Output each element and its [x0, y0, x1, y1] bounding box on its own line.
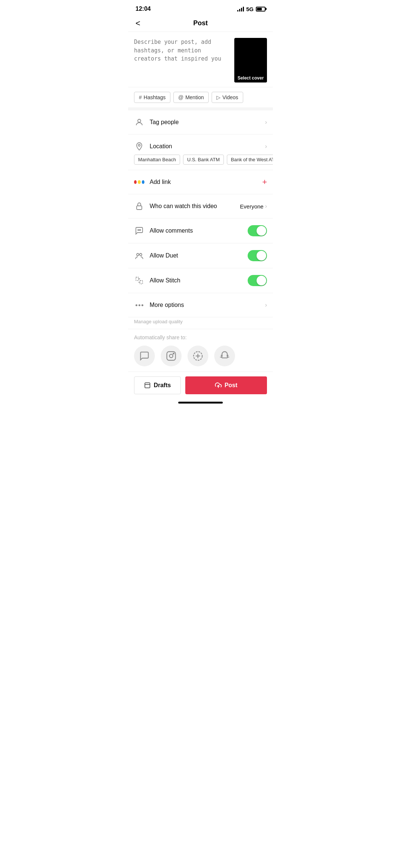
- share-icons-row: [134, 346, 267, 366]
- share-instagram-button[interactable]: [161, 346, 182, 366]
- more-options-chevron: ›: [265, 302, 267, 308]
- more-dots-icon: [134, 300, 144, 310]
- allow-stitch-row: Allow Stitch: [128, 268, 273, 293]
- post-area: Select cover: [128, 32, 273, 87]
- svg-rect-10: [167, 352, 175, 360]
- location-chip-2[interactable]: Bank of the West ATM: [227, 155, 273, 165]
- auto-share-section: Automatically share to:: [128, 329, 273, 372]
- mention-button[interactable]: @ Mention: [173, 92, 209, 103]
- videos-button[interactable]: ▷ Videos: [212, 92, 243, 103]
- person-icon: [134, 117, 144, 127]
- tag-buttons-row: # Hashtags @ Mention ▷ Videos: [128, 87, 273, 110]
- svg-point-11: [169, 354, 173, 357]
- drafts-button[interactable]: Drafts: [134, 376, 181, 394]
- mention-label: Mention: [185, 94, 204, 100]
- signal-icon: [237, 6, 244, 12]
- post-upload-icon: [215, 382, 222, 389]
- location-label: Location: [150, 143, 265, 150]
- comment-icon: [134, 226, 144, 236]
- location-chips: Manhattan Beach U.S. Bank ATM Bank of th…: [128, 155, 273, 170]
- stitch-icon: [134, 275, 144, 286]
- svg-point-6: [137, 253, 139, 256]
- more-options-row[interactable]: More options ›: [128, 293, 273, 317]
- allow-duet-toggle[interactable]: [248, 250, 267, 261]
- back-button[interactable]: <: [136, 19, 140, 28]
- allow-stitch-label: Allow Stitch: [150, 277, 248, 284]
- add-link-row[interactable]: Add link +: [128, 170, 273, 194]
- network-label: 5G: [246, 6, 254, 12]
- drafts-label: Drafts: [154, 382, 171, 389]
- everyone-text: Everyone: [240, 203, 263, 210]
- videos-label: Videos: [222, 94, 238, 100]
- svg-point-0: [138, 119, 141, 122]
- select-cover-label: Select cover: [234, 74, 267, 82]
- post-button[interactable]: Post: [185, 376, 267, 394]
- svg-point-5: [140, 230, 141, 230]
- drafts-icon: [144, 382, 151, 389]
- status-time: 12:04: [136, 6, 151, 12]
- post-label: Post: [225, 382, 238, 389]
- description-input[interactable]: [134, 38, 230, 82]
- auto-share-label: Automatically share to:: [134, 334, 267, 340]
- svg-point-7: [140, 253, 142, 256]
- video-cover-thumbnail[interactable]: Select cover: [234, 38, 267, 82]
- svg-point-3: [138, 230, 138, 230]
- play-icon: ▷: [216, 94, 221, 100]
- add-link-label: Add link: [150, 179, 262, 185]
- duet-icon: [134, 250, 144, 261]
- allow-duet-row: Allow Duet: [128, 243, 273, 268]
- who-can-watch-label: Who can watch this video: [150, 203, 240, 210]
- location-chip-1[interactable]: U.S. Bank ATM: [183, 155, 224, 165]
- battery-icon: [256, 7, 265, 12]
- who-can-watch-chevron: ›: [265, 203, 267, 210]
- who-can-watch-row[interactable]: Who can watch this video Everyone ›: [128, 194, 273, 218]
- mention-icon: @: [178, 94, 183, 100]
- svg-rect-9: [140, 281, 143, 284]
- more-options-label: More options: [150, 302, 265, 308]
- page-title: Post: [193, 19, 208, 27]
- header: < Post: [128, 16, 273, 32]
- allow-comments-toggle[interactable]: [248, 225, 267, 236]
- add-icon: +: [262, 177, 267, 187]
- share-snapchat-button[interactable]: [214, 346, 235, 366]
- share-tiktok-plus-button[interactable]: [188, 346, 208, 366]
- home-indicator: [128, 399, 273, 408]
- svg-rect-16: [145, 383, 150, 388]
- hashtags-label: Hashtags: [144, 94, 166, 100]
- who-can-watch-value: Everyone ›: [240, 203, 267, 210]
- bottom-bar: Drafts Post: [128, 372, 273, 399]
- status-icons: 5G: [237, 6, 265, 12]
- tag-people-row[interactable]: Tag people ›: [128, 110, 273, 135]
- status-bar: 12:04 5G: [128, 0, 273, 16]
- allow-comments-row: Allow comments: [128, 218, 273, 243]
- location-chip-0[interactable]: Manhattan Beach: [134, 155, 180, 165]
- share-messages-button[interactable]: [134, 346, 155, 366]
- location-chevron: ›: [265, 143, 267, 150]
- svg-point-12: [173, 353, 174, 354]
- home-bar: [178, 402, 223, 404]
- location-row[interactable]: Location ›: [128, 135, 273, 155]
- svg-rect-8: [136, 277, 138, 281]
- location-icon: [134, 141, 144, 152]
- allow-comments-label: Allow comments: [150, 227, 248, 234]
- svg-point-4: [139, 230, 140, 230]
- allow-stitch-toggle[interactable]: [248, 275, 267, 286]
- tag-people-chevron: ›: [265, 119, 267, 126]
- svg-rect-2: [137, 206, 142, 210]
- allow-duet-label: Allow Duet: [150, 252, 248, 259]
- svg-point-1: [138, 145, 140, 146]
- tag-people-label: Tag people: [150, 119, 265, 126]
- hashtag-icon: #: [139, 94, 142, 100]
- hashtags-button[interactable]: # Hashtags: [134, 92, 170, 103]
- upload-quality-text: Manage upload quality: [128, 317, 273, 329]
- link-dots-icon: [134, 177, 144, 187]
- lock-icon: [134, 201, 144, 211]
